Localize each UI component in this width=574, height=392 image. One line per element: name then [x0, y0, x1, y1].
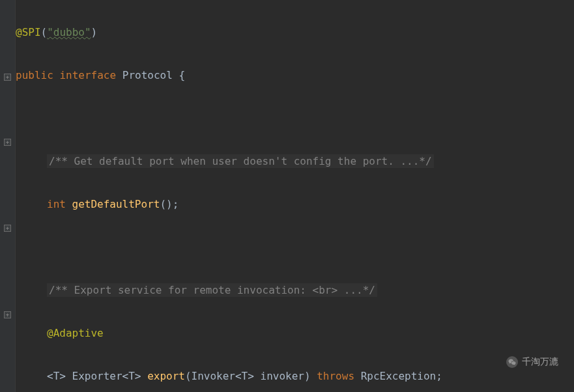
code-text-area[interactable]: @SPI("dubbo") public interface Protocol … [16, 0, 574, 392]
javadoc-comment: /** Get default port when user doesn't c… [47, 154, 434, 168]
fold-marker-icon[interactable]: + [4, 74, 11, 81]
return-type: Exporter<T> [72, 370, 148, 382]
fold-marker-icon[interactable]: + [4, 311, 11, 318]
class-name: Protocol [122, 69, 179, 81]
params: (Invoker<T> invoker) [185, 370, 317, 382]
punct: (); [160, 198, 179, 210]
throws-keyword: throws [317, 370, 360, 382]
fold-marker-icon[interactable]: + [4, 139, 11, 146]
wechat-icon [506, 356, 518, 368]
generic: <T> [47, 370, 72, 382]
watermark: 千淘万漉 [502, 350, 562, 374]
watermark-text: 千淘万漉 [522, 351, 558, 372]
gutter: + + + + [0, 0, 16, 392]
annotation: @SPI [16, 26, 41, 38]
type-keyword: int [47, 198, 72, 210]
method-name: getDefaultPort [72, 198, 160, 210]
code-editor[interactable]: + + + + @SPI("dubbo") public interface P… [0, 0, 574, 392]
punct: ) [91, 26, 98, 38]
javadoc-comment: /** Export service for remote invocation… [47, 283, 377, 297]
method-name: export [147, 370, 185, 382]
keyword: public interface [16, 69, 122, 81]
brace: { [179, 69, 185, 81]
annotation: @Adaptive [47, 327, 104, 339]
string-literal: "dubbo" [47, 26, 91, 38]
exception: RpcException; [361, 370, 442, 382]
punct: ( [41, 26, 48, 38]
fold-marker-icon[interactable]: + [4, 225, 11, 232]
